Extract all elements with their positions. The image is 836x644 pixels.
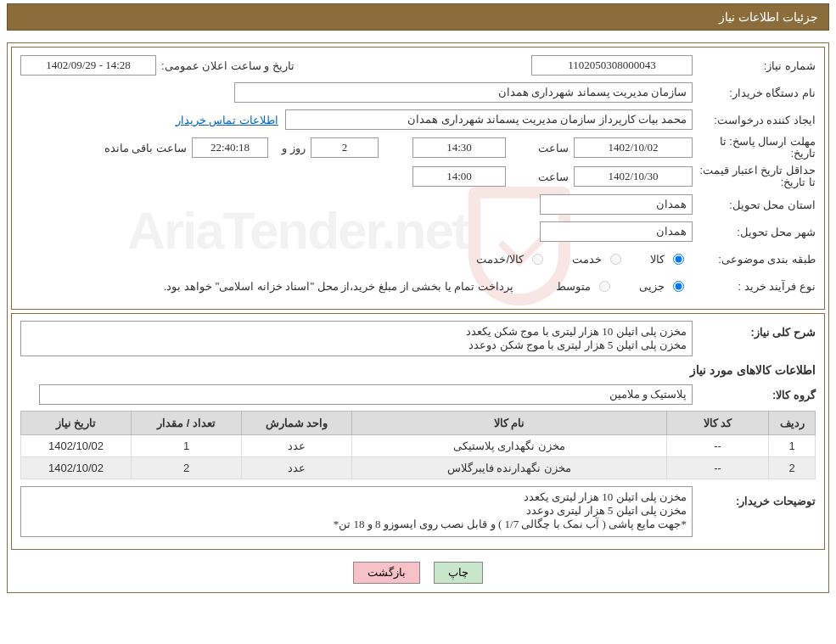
label-radio-goods-service: کالا/خدمت [476,253,524,266]
label-radio-minor: جزیی [639,280,665,293]
cell-code: -- [667,457,769,479]
cell-date: 1402/10/02 [21,435,132,457]
row-need-desc: شرح کلی نیاز: مخزن پلی اتیلن 10 هزار لیت… [20,321,816,356]
label-city: شهر محل تحویل: [693,226,816,238]
table-row: 2 -- مخزن نگهدارنده فایبرگلاس عدد 2 1402… [21,457,816,479]
items-table: ردیف کد کالا نام کالا واحد شمارش تعداد /… [20,411,816,479]
cell-unit: عدد [242,457,352,479]
label-purchase-type: نوع فرآیند خرید : [693,280,816,293]
main-frame: شماره نیاز: 1102050308000043 تاریخ و ساع… [7,42,829,593]
radio-service[interactable] [610,254,621,265]
label-radio-goods: کالا [650,253,665,266]
row-category: طبقه بندی موضوعی: کالا خدمت کالا/خدمت [20,248,816,270]
field-need-desc: مخزن پلی اتیلن 10 هزار لیتری با موج شکن … [20,321,693,356]
label-requester: ایجاد کننده درخواست: [693,114,816,126]
th-row: ردیف [769,412,816,435]
field-time-remaining: 22:40:18 [192,137,268,158]
field-need-number: 1102050308000043 [531,55,693,76]
field-requester: محمد بیات کارپرداز سازمان مدیریت پسماند … [285,109,693,130]
label-deadline: مهلت ارسال پاسخ: تا تاریخ: [693,136,816,160]
label-radio-medium: متوسط [556,280,591,293]
radio-goods[interactable] [673,254,684,265]
label-validity: حداقل تاریخ اعتبار قیمت: تا تاریخ: [693,165,816,188]
field-announce: 14:28 - 1402/09/29 [20,55,156,76]
link-contact-buyer[interactable]: اطلاعات تماس خریدار [176,114,278,126]
row-city: شهر محل تحویل: همدان [20,221,816,243]
th-name: نام کالا [352,412,667,435]
row-buyer-org: نام دستگاه خریدار: سازمان مدیریت پسماند … [20,81,816,104]
info-section: شماره نیاز: 1102050308000043 تاریخ و ساع… [11,47,825,310]
label-need-desc: شرح کلی نیاز: [693,321,816,339]
field-buyer-org: سازمان مدیریت پسماند شهرداری همدان [234,82,693,103]
table-row: 1 -- مخزن نگهداری پلاستیکی عدد 1 1402/10… [21,435,816,457]
row-province: استان محل تحویل: همدان [20,193,816,216]
field-days-remaining: 2 [311,137,379,158]
field-group: پلاستیک و ملامین [39,384,693,405]
label-announce: تاریخ و ساعت اعلان عمومی: [161,59,295,72]
field-province: همدان [540,194,693,215]
field-deadline-date: 1402/10/02 [574,137,693,158]
label-hour-2: ساعت [506,171,574,183]
row-deadline: مهلت ارسال پاسخ: تا تاریخ: 1402/10/02 سا… [20,136,816,160]
cell-name: مخزن نگهدارنده فایبرگلاس [352,457,667,479]
th-qty: تعداد / مقدار [132,412,242,435]
label-group: گروه کالا: [693,389,816,401]
label-buyer-notes: توضیحات خریدار: [693,486,816,507]
cell-row: 2 [769,457,816,479]
cell-name: مخزن نگهداری پلاستیکی [352,435,667,457]
radio-medium[interactable] [599,281,610,292]
button-row: چاپ بازگشت [11,557,825,589]
row-buyer-notes: توضیحات خریدار: مخزن پلی اتیلن 10 هزار ل… [20,486,816,537]
page-title: جزئیات اطلاعات نیاز [719,10,818,24]
field-validity-time: 14:00 [412,166,506,187]
field-buyer-notes: مخزن پلی اتیلن 10 هزار لیتری یکعدد مخزن … [20,486,693,537]
cell-date: 1402/10/02 [21,457,132,479]
cell-unit: عدد [242,435,352,457]
label-need-number: شماره نیاز: [693,59,816,72]
details-section: شرح کلی نیاز: مخزن پلی اتیلن 10 هزار لیت… [11,313,825,550]
th-date: تاریخ نیاز [21,412,132,435]
row-need-number: شماره نیاز: 1102050308000043 تاریخ و ساع… [20,54,816,76]
label-category: طبقه بندی موضوعی: [693,253,816,266]
cell-code: -- [667,435,769,457]
print-button[interactable]: چاپ [434,562,483,584]
cell-qty: 2 [132,457,242,479]
field-deadline-time: 14:30 [412,137,506,158]
items-header: اطلاعات کالاهای مورد نیاز [20,363,816,377]
field-city: همدان [540,221,693,242]
field-validity-date: 1402/10/30 [574,166,693,187]
label-buyer-org: نام دستگاه خریدار: [693,87,816,99]
label-radio-service: خدمت [572,253,602,266]
label-hour-1: ساعت [506,142,574,154]
page-header: جزئیات اطلاعات نیاز [7,3,829,31]
back-button[interactable]: بازگشت [353,562,420,584]
th-code: کد کالا [667,412,769,435]
purchase-note: پرداخت تمام یا بخشی از مبلغ خرید،از محل … [164,280,513,293]
row-validity: حداقل تاریخ اعتبار قیمت: تا تاریخ: 1402/… [20,165,816,188]
label-days: روز و [268,142,311,154]
row-purchase-type: نوع فرآیند خرید : جزیی متوسط پرداخت تمام… [20,275,816,297]
row-group: گروه کالا: پلاستیک و ملامین [20,384,816,406]
row-requester: ایجاد کننده درخواست: محمد بیات کارپرداز … [20,109,816,131]
label-province: استان محل تحویل: [693,199,816,211]
radio-goods-service[interactable] [532,254,543,265]
label-remaining: ساعت باقی مانده [99,142,192,154]
th-unit: واحد شمارش [242,412,352,435]
radio-minor[interactable] [673,281,684,292]
cell-row: 1 [769,435,816,457]
cell-qty: 1 [132,435,242,457]
